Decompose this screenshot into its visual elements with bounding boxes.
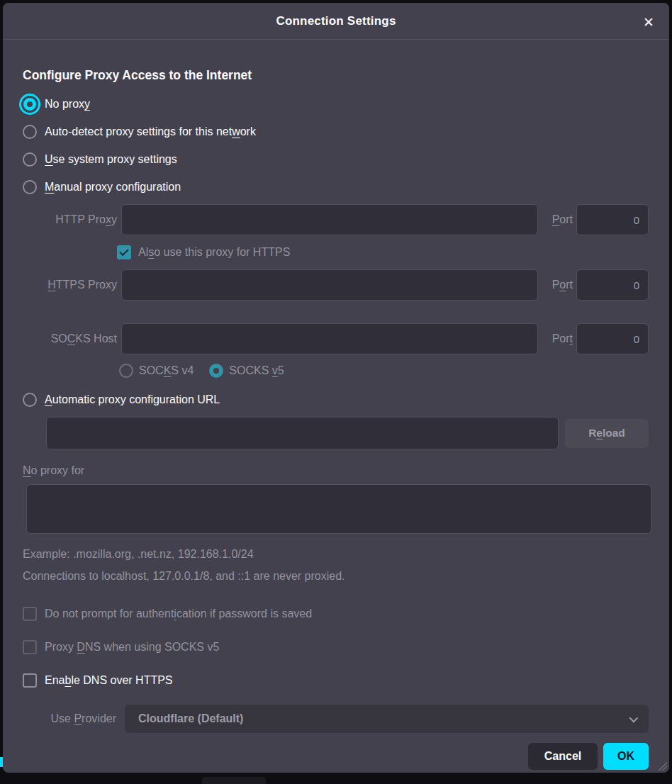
dialog-button-row: Cancel OK — [23, 743, 649, 770]
autoconfig-url-row: Reload — [46, 417, 649, 449]
http-port-label: Port — [542, 213, 573, 226]
socks-host-label: SOCKS Host — [23, 332, 118, 345]
also-https-label: Also use this proxy for HTTPS — [138, 246, 290, 259]
radio-auto-detect[interactable] — [23, 125, 37, 139]
radio-label-system-proxy: Use system proxy settings — [45, 153, 177, 166]
doh-option[interactable]: Enable DNS over HTTPS — [23, 670, 649, 691]
no-proxy-for-textarea[interactable] — [26, 484, 651, 534]
proxy-dns-label: Proxy DNS when using SOCKS v5 — [45, 641, 219, 654]
radio-option-manual-proxy[interactable]: Manual proxy configuration — [23, 177, 649, 198]
https-proxy-row: HTTPS Proxy Port — [23, 269, 649, 301]
radio-label-no-proxy: No proxy — [45, 98, 90, 111]
no-prompt-option[interactable]: Do not prompt for authentication if pass… — [23, 603, 649, 625]
also-https-checkbox[interactable] — [117, 245, 131, 259]
socks-port-input[interactable] — [576, 323, 649, 354]
dialog-title: Connection Settings — [276, 14, 396, 28]
radio-label-autoconfig: Automatic proxy configuration URL — [45, 393, 220, 406]
radio-option-auto-detect[interactable]: Auto-detect proxy settings for this netw… — [23, 121, 649, 142]
radio-autoconfig[interactable] — [23, 393, 37, 407]
ok-button[interactable]: OK — [603, 743, 649, 770]
https-port-label: Port — [542, 279, 573, 291]
radio-label-socks-v4: SOCKS v4 — [139, 364, 194, 377]
https-proxy-input[interactable] — [121, 269, 538, 301]
socks-version-row: SOCKS v4 SOCKS v5 — [119, 364, 649, 378]
http-proxy-input[interactable] — [121, 204, 538, 235]
close-icon[interactable]: ✕ — [639, 13, 658, 31]
radio-label-socks-v5: SOCKS v5 — [229, 364, 284, 377]
socks-host-row: SOCKS Host Port — [23, 323, 649, 354]
provider-dropdown-value: Cloudflare (Default) — [138, 712, 629, 725]
proxy-dns-checkbox[interactable] — [23, 640, 37, 654]
connection-settings-dialog: Connection Settings ✕ Configure Proxy Ac… — [3, 3, 669, 773]
radio-label-manual-proxy: Manual proxy configuration — [45, 181, 181, 194]
https-proxy-label: HTTPS Proxy — [23, 279, 118, 291]
provider-dropdown[interactable]: Cloudflare (Default) — [125, 705, 649, 733]
use-provider-label: Use Provider — [43, 712, 116, 725]
section-heading: Configure Proxy Access to the Internet — [23, 68, 649, 83]
localhost-note-text: Connections to localhost, 127.0.0.1/8, a… — [23, 570, 649, 583]
no-proxy-for-label: No proxy for — [23, 464, 649, 477]
background-page-element — [202, 777, 266, 784]
no-prompt-label: Do not prompt for authentication if pass… — [45, 607, 312, 620]
autoconfig-url-input[interactable] — [46, 417, 559, 449]
chevron-down-icon — [629, 713, 639, 722]
radio-system-proxy[interactable] — [23, 152, 37, 167]
dialog-titlebar: Connection Settings ✕ — [3, 3, 669, 40]
radio-socks-v4[interactable] — [119, 364, 133, 378]
http-port-input[interactable] — [576, 204, 649, 235]
radio-option-system-proxy[interactable]: Use system proxy settings — [23, 149, 649, 170]
doh-provider-row: Use Provider Cloudflare (Default) — [43, 705, 649, 733]
http-proxy-label: HTTP Proxy — [23, 213, 118, 226]
http-proxy-row: HTTP Proxy Port — [23, 204, 649, 235]
radio-no-proxy[interactable] — [23, 98, 36, 111]
radio-socks-v5[interactable] — [209, 364, 223, 378]
reload-button[interactable]: Reload — [565, 419, 649, 448]
also-https-option[interactable]: Also use this proxy for HTTPS — [117, 245, 649, 259]
socks-port-label: Port — [542, 332, 573, 345]
radio-option-autoconfig[interactable]: Automatic proxy configuration URL — [23, 389, 649, 410]
radio-label-auto-detect: Auto-detect proxy settings for this netw… — [45, 125, 256, 138]
socks-host-input[interactable] — [121, 323, 538, 354]
doh-checkbox[interactable] — [23, 673, 37, 688]
no-prompt-checkbox[interactable] — [23, 607, 37, 621]
no-proxy-example-text: Example: .mozilla.org, .net.nz, 192.168.… — [23, 548, 649, 561]
https-port-input[interactable] — [576, 269, 649, 301]
radio-manual-proxy[interactable] — [23, 180, 37, 194]
cancel-button[interactable]: Cancel — [528, 743, 598, 770]
resize-grip[interactable] — [657, 761, 667, 771]
proxy-dns-option[interactable]: Proxy DNS when using SOCKS v5 — [23, 637, 649, 658]
radio-option-no-proxy[interactable]: No proxy — [23, 94, 649, 115]
dialog-content: Configure Proxy Access to the Internet N… — [3, 40, 669, 773]
doh-label: Enable DNS over HTTPS — [45, 674, 173, 687]
